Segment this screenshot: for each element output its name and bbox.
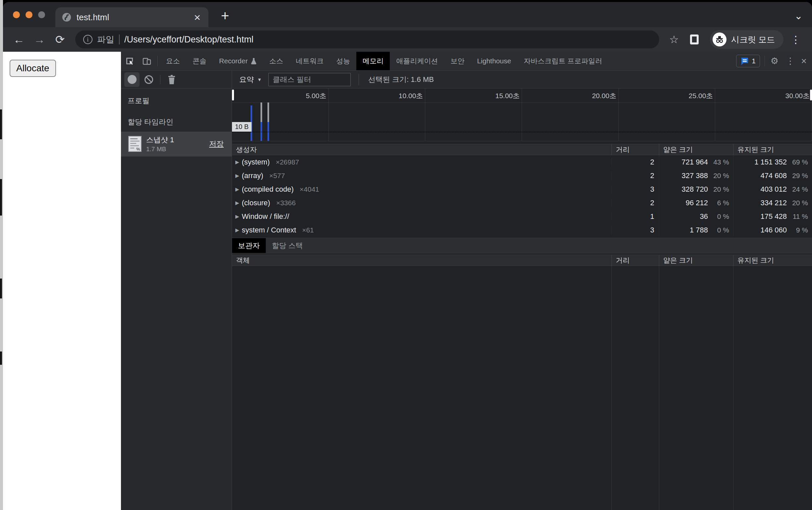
tab-network[interactable]: 네트워크 xyxy=(289,52,330,70)
timeline-tick: 30.00초 xyxy=(785,91,810,101)
table-row[interactable]: ▶ (system) ×26987 2 721 96443 % 1 151 35… xyxy=(232,155,812,169)
reload-button[interactable]: ⟳ xyxy=(51,31,69,48)
snapshot-item[interactable]: % 스냅샷 1 1.7 MB 저장 xyxy=(121,132,232,157)
device-toolbar-icon[interactable] xyxy=(138,52,155,70)
col-object[interactable]: 객체 xyxy=(232,255,611,265)
new-tab-button[interactable]: + xyxy=(217,8,233,24)
col-retained-size[interactable]: 유지된 크기 xyxy=(733,255,812,265)
tab-memory[interactable]: 메모리 xyxy=(356,52,390,70)
forward-button[interactable]: → xyxy=(31,31,48,48)
window-minimize-button[interactable] xyxy=(26,11,32,18)
expand-triangle-icon[interactable]: ▶ xyxy=(235,214,239,220)
window-controls[interactable] xyxy=(13,11,45,18)
allocation-bar-freed xyxy=(267,103,269,122)
tab-search-chevron-icon[interactable]: ⌄ xyxy=(794,10,803,22)
snapshot-name: 스냅샷 1 xyxy=(146,135,205,145)
window-close-button[interactable] xyxy=(13,11,20,18)
size-marker-label: 10 B xyxy=(232,122,251,132)
tab-close-icon[interactable]: × xyxy=(192,11,202,23)
tab-performance[interactable]: 성능 xyxy=(330,52,356,70)
snapshot-size: 1.7 MB xyxy=(146,146,205,153)
expand-triangle-icon[interactable]: ▶ xyxy=(235,200,239,206)
tab-elements[interactable]: 요소 xyxy=(160,52,186,70)
delete-profile-icon[interactable] xyxy=(164,72,179,87)
site-info-icon[interactable]: i xyxy=(83,35,92,44)
settings-gear-icon[interactable]: ⚙ xyxy=(767,56,782,66)
tab-console[interactable]: 콘솔 xyxy=(186,52,213,70)
tab-lighthouse[interactable]: Lighthouse xyxy=(471,52,517,70)
expand-triangle-icon[interactable]: ▶ xyxy=(235,227,239,233)
tab-security[interactable]: 보안 xyxy=(444,52,471,70)
devtools-menu-icon[interactable]: ⋮ xyxy=(782,56,799,66)
tab-application[interactable]: 애플리케이션 xyxy=(390,52,444,70)
table-row[interactable]: ▶ (compiled code) ×4041 3 328 72020 % 40… xyxy=(232,182,812,196)
allocate-button[interactable]: Allocate xyxy=(10,60,56,77)
retainers-table-header: 객체 거리 얕은 크기 유지된 크기 xyxy=(232,255,812,266)
allocation-timeline-group-label: 할당 타임라인 xyxy=(121,109,232,132)
table-row[interactable]: ▶ Window / file:// 1 360 % 175 42811 % xyxy=(232,209,812,223)
allocation-timeline[interactable]: 5.00초 10.00초 xyxy=(232,88,812,141)
timeline-tick: 15.00초 xyxy=(495,91,520,101)
view-controls: 요약 ▼ 선택된 크기: 1.6 MB xyxy=(232,70,812,88)
timeline-section: 5.00초 xyxy=(232,88,329,141)
devtools-close-icon[interactable]: × xyxy=(799,56,812,67)
window-zoom-button[interactable] xyxy=(38,11,45,18)
toolbar-divider xyxy=(359,74,359,85)
tab-sources[interactable]: 소스 xyxy=(263,52,289,70)
profiles-header: 프로필 xyxy=(121,88,232,109)
heap-table-header: 생성자 거리 얕은 크기 유지된 크기 xyxy=(232,144,812,155)
timeline-section: 20.00초 xyxy=(522,88,619,141)
allocation-bar-freed xyxy=(261,103,262,122)
col-constructor[interactable]: 생성자 xyxy=(232,144,611,155)
tab-strip: test.html × + ⌄ xyxy=(3,2,812,27)
expand-triangle-icon[interactable]: ▶ xyxy=(235,159,239,165)
col-distance[interactable]: 거리 xyxy=(611,255,659,265)
tabbar-divider xyxy=(157,56,158,66)
globe-favicon xyxy=(62,12,71,22)
timeline-section: 25.00초 xyxy=(619,88,716,141)
browser-menu-icon[interactable]: ⋮ xyxy=(787,34,805,46)
issues-bubble-icon xyxy=(741,57,749,65)
table-row[interactable]: ▶ (closure) ×3366 2 96 2126 % 334 21220 … xyxy=(232,196,812,209)
back-button[interactable]: ← xyxy=(10,31,28,48)
clear-profiles-icon[interactable] xyxy=(142,72,156,87)
col-distance[interactable]: 거리 xyxy=(611,144,659,155)
tab-allocation-stack[interactable]: 할당 스택 xyxy=(266,238,309,253)
side-panel-icon[interactable] xyxy=(690,34,699,45)
memory-toolbar: 요약 ▼ 선택된 크기: 1.6 MB xyxy=(121,70,812,88)
address-divider xyxy=(119,34,120,45)
bookmark-star-icon[interactable]: ☆ xyxy=(666,33,682,46)
issues-count: 1 xyxy=(752,57,756,65)
record-heap-button[interactable] xyxy=(124,72,140,87)
expand-triangle-icon[interactable]: ▶ xyxy=(235,173,239,179)
retainers-table-body xyxy=(232,266,812,510)
timeline-tick: 5.00초 xyxy=(306,91,327,101)
tab-retainers[interactable]: 보관자 xyxy=(232,238,266,253)
range-handle-left[interactable] xyxy=(232,89,234,101)
window-content: Allocate xyxy=(3,52,812,510)
table-row[interactable]: ▶ system / Context ×61 3 1 7880 % 146 06… xyxy=(232,223,812,237)
col-shallow-size[interactable]: 얕은 크기 xyxy=(659,255,733,265)
address-bar[interactable]: i 파일 /Users/yceffort/Desktop/test.html xyxy=(75,30,659,49)
browser-window: test.html × + ⌄ ← → ⟳ i 파일 /Users/yceffo… xyxy=(3,2,812,510)
url-text[interactable]: /Users/yceffort/Desktop/test.html xyxy=(124,34,253,45)
expand-triangle-icon[interactable]: ▶ xyxy=(235,186,239,192)
incognito-badge: 시크릿 모드 xyxy=(710,30,783,49)
table-row[interactable]: ▶ (array) ×577 2 327 38820 % 474 60829 % xyxy=(232,169,812,182)
inspect-element-icon[interactable] xyxy=(121,52,138,70)
browser-tab[interactable]: test.html × xyxy=(55,7,208,27)
tab-recorder[interactable]: Recorder xyxy=(213,52,263,70)
file-scheme-chip: 파일 xyxy=(97,34,114,46)
save-link[interactable]: 저장 xyxy=(209,139,227,149)
tab-title: test.html xyxy=(77,12,187,23)
tab-js-profiler[interactable]: 자바스크립트 프로파일러 xyxy=(517,52,608,70)
devtools-tabbar: 요소 콘솔 Recorder 소스 네트워크 성능 메모리 애플리케이션 보안 … xyxy=(121,52,812,70)
class-filter-input[interactable] xyxy=(268,73,351,86)
timeline-section: 15.00초 xyxy=(425,88,522,141)
col-retained-size[interactable]: 유지된 크기 xyxy=(733,144,812,155)
range-handle-right[interactable] xyxy=(810,89,812,101)
perspective-select[interactable]: 요약 ▼ xyxy=(237,75,264,85)
issues-counter[interactable]: 1 xyxy=(736,55,760,67)
col-shallow-size[interactable]: 얕은 크기 xyxy=(659,144,733,155)
browser-toolbar: ← → ⟳ i 파일 /Users/yceffort/Desktop/test.… xyxy=(3,27,812,52)
